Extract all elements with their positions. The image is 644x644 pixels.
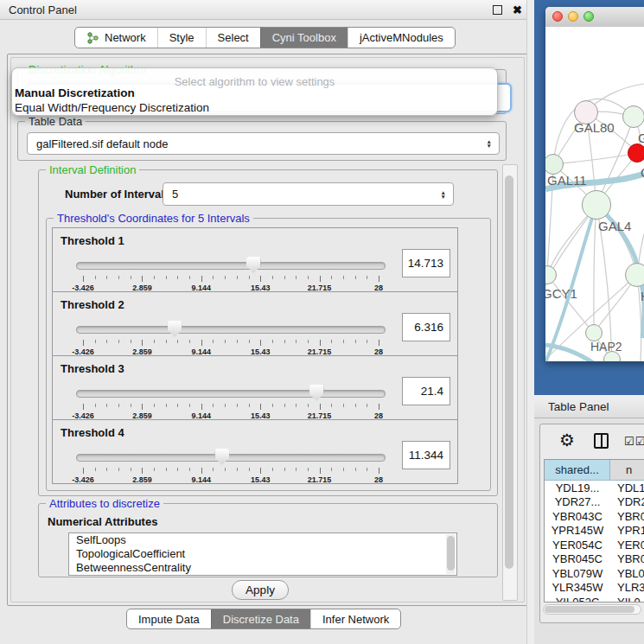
table-row[interactable]: YDR27...YDR2 xyxy=(545,495,644,510)
threshold-value-field-3[interactable]: 21.4 xyxy=(402,377,450,405)
slider-thumb[interactable] xyxy=(168,321,182,337)
tab-label-style: Style xyxy=(169,31,194,44)
table-cell: YLR345W xyxy=(545,581,610,594)
node-label-c: C xyxy=(641,165,644,180)
tab-infer-network[interactable]: Infer Network xyxy=(310,609,400,628)
network-window-titlebar[interactable] xyxy=(545,7,644,28)
HAP2-node[interactable] xyxy=(585,324,603,341)
attribute-item-betweennesscentrality[interactable]: BetweennessCentrality xyxy=(69,561,456,575)
slider-ticks xyxy=(83,468,379,475)
algorithm-option-manual-discretization[interactable]: Manual Discretization xyxy=(15,86,488,99)
node-table-header: shared...n xyxy=(545,460,644,481)
table-row[interactable]: YBR043CYBR0 xyxy=(545,509,644,524)
split-columns-icon[interactable] xyxy=(594,433,609,449)
number-of-intervals-combobox[interactable]: 5 ▲▼ xyxy=(163,182,454,206)
table-row[interactable]: YBL079WYBL0 xyxy=(545,566,644,581)
table-cell: YPR1 xyxy=(610,524,644,537)
tab-cyni-toolbox[interactable]: Cyni Toolbox xyxy=(260,28,348,48)
threshold-value-field-4[interactable]: 11.344 xyxy=(402,441,450,469)
settings-vertical-scrollbar[interactable] xyxy=(502,164,518,601)
threshold-slider-1[interactable]: -3.4262.8599.14415.4321.71528 xyxy=(76,256,386,294)
node-table-rows: YDL19...YDL1YDR27...YDR2YBR043CYBR0YPR14… xyxy=(545,481,644,603)
tab-label-select: Select xyxy=(218,31,249,44)
algorithm-option-equal-width-frequency-discretization[interactable]: Equal Width/Frequency Discretization xyxy=(15,101,488,114)
node-label-hap2: HAP2 xyxy=(590,340,622,354)
table-cell: YBR0 xyxy=(610,510,644,523)
minimize-traffic-light-icon[interactable] xyxy=(568,11,578,22)
settings-scrollbar-thumb[interactable] xyxy=(505,175,513,569)
attribute-item-topologicalcoefficient[interactable]: TopologicalCoefficient xyxy=(69,547,456,561)
interval-definition-group-title: Interval Definition xyxy=(46,163,139,176)
tab-style[interactable]: Style xyxy=(157,28,206,48)
table-row[interactable]: YLR345WYLR3 xyxy=(545,581,644,596)
algorithm-dropdown-popup: Select algorithm to view settings Manual… xyxy=(11,67,498,116)
checkbox-pair-icon[interactable]: ☑☑ xyxy=(624,435,644,448)
attribute-item-selfloops[interactable]: SelfLoops xyxy=(69,533,456,547)
table-cell: YER0 xyxy=(610,539,644,552)
GAL4-node[interactable] xyxy=(582,190,611,220)
number-of-intervals-label: Number of Intervals xyxy=(65,188,170,201)
tab-select[interactable]: Select xyxy=(206,28,260,48)
tab-impute-data[interactable]: Impute Data xyxy=(127,609,211,628)
close-traffic-light-icon[interactable] xyxy=(552,11,563,22)
numerical-attributes-label: Numerical Attributes xyxy=(48,515,157,528)
threshold-label-2: Threshold 2 xyxy=(61,298,124,311)
table-data-group: Table Data galFiltered.sif default node … xyxy=(17,121,507,161)
node-top-right[interactable] xyxy=(622,105,644,128)
slider-thumb-rail xyxy=(83,448,379,466)
threshold-label-3: Threshold 3 xyxy=(61,362,124,375)
threshold-box-2: Threshold 2-3.4262.8599.14415.4321.71528… xyxy=(52,291,458,356)
node-label-gal80: GAL80 xyxy=(574,120,615,135)
threshold-slider-4[interactable]: -3.4262.8599.14415.4321.71528 xyxy=(76,448,386,486)
table-data-combobox[interactable]: galFiltered.sif default node ▲▼ xyxy=(27,132,500,155)
gear-icon[interactable]: ⚙ xyxy=(559,431,575,449)
slider-ticks xyxy=(83,404,379,411)
tab-discretize-data[interactable]: Discretize Data xyxy=(211,609,310,628)
node-label-gcy1: GCY1 xyxy=(545,286,577,301)
table-row[interactable]: YIL052CYIL0 xyxy=(545,595,644,603)
table-row[interactable]: YER054CYER0 xyxy=(545,538,644,552)
threshold-slider-2[interactable]: -3.4262.8599.14415.4321.71528 xyxy=(76,320,386,358)
slider-thumb[interactable] xyxy=(246,257,261,273)
apply-button[interactable]: Apply xyxy=(232,580,289,600)
node-table[interactable]: shared...n YDL19...YDL1YDR27...YDR2YBR04… xyxy=(544,459,644,603)
float-window-icon[interactable] xyxy=(493,5,502,15)
threshold-slider-3[interactable]: -3.4262.8599.14415.4321.71528 xyxy=(76,384,386,422)
threshold-box-4: Threshold 4-3.4262.8599.14415.4321.71528… xyxy=(52,419,458,484)
table-horizontal-scrollbar[interactable] xyxy=(543,604,641,615)
apply-button-label: Apply xyxy=(245,583,275,596)
slider-ticks xyxy=(83,276,379,283)
slider-thumb[interactable] xyxy=(214,449,229,465)
column-header-n[interactable]: n xyxy=(610,460,644,480)
close-icon[interactable]: ✖ xyxy=(513,4,522,16)
number-of-intervals-value: 5 xyxy=(172,188,178,201)
threshold-label-1: Threshold 1 xyxy=(61,234,124,247)
table-cell: YBR0 xyxy=(610,552,644,565)
table-cell: YDL1 xyxy=(610,481,644,494)
table-row[interactable]: YPR145WYPR1 xyxy=(545,524,644,539)
table-cell: YBR043C xyxy=(545,510,610,523)
table-cell: YIL0 xyxy=(610,596,644,603)
table-panel-title: Table Panel xyxy=(548,400,609,413)
table-scrollbar-thumb[interactable] xyxy=(545,606,634,613)
H-node[interactable] xyxy=(625,263,644,287)
table-cell: YDR2 xyxy=(610,495,644,508)
slider-thumb[interactable] xyxy=(309,385,324,401)
threshold-value-field-2[interactable]: 6.316 xyxy=(402,313,450,341)
table-row[interactable]: YDL19...YDL1 xyxy=(545,481,644,495)
network-canvas[interactable]: GAL80GACGAL11GAL4GCY1HHAP2 xyxy=(545,27,644,361)
column-header-shared-[interactable]: shared... xyxy=(545,460,610,480)
attributes-list-scrollbar-thumb[interactable] xyxy=(447,536,455,571)
tab-jactivemnodules[interactable]: jActiveMNodules xyxy=(348,28,455,48)
attributes-list-scrollbar[interactable] xyxy=(446,534,456,574)
zoom-traffic-light-icon[interactable] xyxy=(583,11,594,22)
tab-label-jactivemnodules: jActiveMNodules xyxy=(360,31,443,44)
red-node[interactable] xyxy=(628,143,644,163)
table-cell: YBR045C xyxy=(545,552,610,565)
table-cell: YDL19... xyxy=(545,481,610,494)
numerical-attributes-list[interactable]: SelfLoopsTopologicalCoefficientBetweenne… xyxy=(68,532,457,576)
tab-network[interactable]: Network xyxy=(75,28,157,48)
network-tree-icon xyxy=(86,32,99,44)
threshold-value-field-1[interactable]: 14.713 xyxy=(402,249,450,277)
table-row[interactable]: YBR045CYBR0 xyxy=(545,552,644,567)
